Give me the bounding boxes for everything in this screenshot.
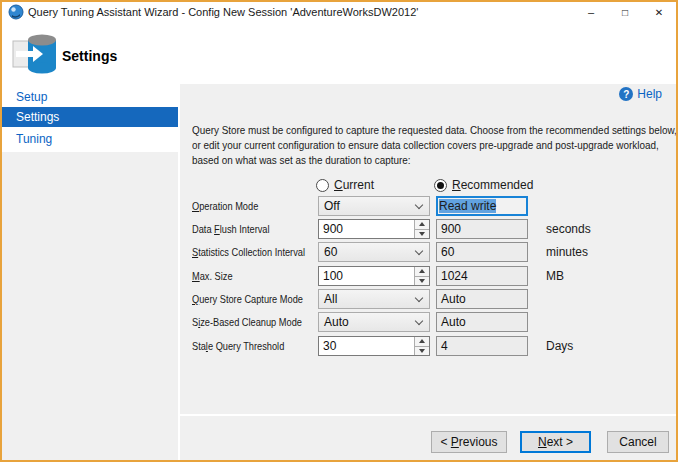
- chevron-down-icon: [415, 247, 423, 255]
- triangle-down-icon: [419, 279, 425, 283]
- field-label: Query Store Capture Mode: [192, 289, 326, 309]
- radio-current[interactable]: Current: [316, 177, 374, 193]
- form-row-max-size: Max. Size 100 1024 MB: [192, 266, 678, 286]
- unit-label: seconds: [546, 219, 591, 239]
- config-source-radio-group: Current Recommended: [192, 177, 678, 193]
- statistics-collection-interval-recommended-field[interactable]: 60: [436, 242, 528, 262]
- triangle-down-icon: [419, 232, 425, 236]
- spinner-down-button[interactable]: [415, 347, 429, 356]
- maximize-button[interactable]: □: [608, 2, 642, 22]
- title-bar: Query Tuning Assistant Wizard - Config N…: [2, 2, 676, 22]
- spinner-buttons: [414, 337, 429, 355]
- wizard-window: Query Tuning Assistant Wizard - Config N…: [0, 0, 678, 462]
- spinner-buttons: [414, 220, 429, 238]
- form-row-stale-query-threshold: Stale Query Threshold 30 4 Days: [192, 336, 678, 356]
- help-label: Help: [637, 87, 662, 101]
- cancel-button[interactable]: Cancel: [607, 431, 669, 453]
- field-label: Operation Mode: [192, 196, 326, 216]
- field-label: Size-Based Cleanup Mode: [192, 312, 326, 332]
- sidebar-item-settings[interactable]: Settings: [2, 107, 178, 127]
- sidebar-item-setup[interactable]: Setup: [2, 87, 178, 107]
- field-label: Stale Query Threshold: [192, 336, 326, 356]
- unit-label: minutes: [546, 242, 588, 262]
- form-row-size-based-cleanup-mode: Size-Based Cleanup Mode Auto Auto: [192, 312, 678, 332]
- size-based-cleanup-mode-combobox[interactable]: Auto: [318, 312, 430, 332]
- vertical-separator: [178, 84, 180, 460]
- help-link[interactable]: ? Help: [619, 87, 662, 101]
- query-store-capture-mode-combobox[interactable]: All: [318, 289, 430, 309]
- form-row-data-flush-interval: Data Flush Interval 900 900 seconds: [192, 219, 678, 239]
- spinner-up-button[interactable]: [415, 337, 429, 347]
- data-flush-interval-recommended-field[interactable]: 900: [436, 219, 528, 239]
- chevron-down-icon: [415, 294, 423, 302]
- spinner-buttons: [414, 267, 429, 285]
- data-flush-interval-spinner[interactable]: 900: [318, 219, 430, 239]
- form-row-operation-mode: Operation Mode Off Read write: [192, 196, 678, 216]
- statistics-collection-interval-combobox[interactable]: 60: [318, 242, 430, 262]
- spinner-down-button[interactable]: [415, 230, 429, 239]
- radio-circle: [316, 179, 329, 192]
- triangle-up-icon: [419, 339, 425, 343]
- query-store-capture-mode-recommended-field[interactable]: Auto: [436, 289, 528, 309]
- field-label: Data Flush Interval: [192, 219, 326, 239]
- database-arrow-icon: [12, 32, 58, 76]
- chevron-down-icon: [415, 317, 423, 325]
- radio-circle-selected: [434, 179, 447, 192]
- sidebar-item-tuning[interactable]: Tuning: [2, 129, 178, 149]
- triangle-down-icon: [419, 349, 425, 353]
- radio-recommended[interactable]: Recommended: [434, 177, 533, 193]
- page-title: Settings: [62, 48, 117, 64]
- max-size-spinner[interactable]: 100: [318, 266, 430, 286]
- max-size-recommended-field[interactable]: 1024: [436, 266, 528, 286]
- triangle-up-icon: [419, 269, 425, 273]
- close-button[interactable]: ✕: [642, 2, 676, 22]
- spinner-down-button[interactable]: [415, 277, 429, 286]
- spinner-up-button[interactable]: [415, 267, 429, 277]
- app-icon: [8, 4, 24, 20]
- window-controls: – □ ✕: [574, 2, 676, 22]
- size-based-cleanup-mode-recommended-field[interactable]: Auto: [436, 312, 528, 332]
- stale-query-threshold-recommended-field[interactable]: 4: [436, 336, 528, 356]
- unit-label: MB: [546, 266, 564, 286]
- form-row-statistics-collection-interval: Statistics Collection Interval 60 60 min…: [192, 242, 678, 262]
- unit-label: Days: [546, 336, 573, 356]
- sidebar-item-label: Tuning: [16, 132, 52, 146]
- window-title: Query Tuning Assistant Wizard - Config N…: [28, 2, 418, 22]
- triangle-up-icon: [419, 222, 425, 226]
- field-label: Statistics Collection Interval: [192, 242, 326, 262]
- help-icon: ?: [619, 87, 633, 101]
- minimize-button[interactable]: –: [574, 2, 608, 22]
- chevron-down-icon: [415, 201, 423, 209]
- next-button[interactable]: Next >: [520, 431, 591, 453]
- previous-button[interactable]: < Previous: [431, 431, 507, 453]
- operation-mode-combobox[interactable]: Off: [318, 196, 430, 216]
- form-row-query-store-capture-mode: Query Store Capture Mode All Auto: [192, 289, 678, 309]
- footer-separator: [180, 414, 676, 416]
- sidebar-item-label: Setup: [16, 90, 47, 104]
- operation-mode-recommended-field[interactable]: Read write: [436, 196, 528, 216]
- description-text: Query Store must be configured to captur…: [192, 123, 678, 168]
- spinner-up-button[interactable]: [415, 220, 429, 230]
- stale-query-threshold-spinner[interactable]: 30: [318, 336, 430, 356]
- field-label: Max. Size: [192, 266, 326, 286]
- sidebar-item-label: Settings: [16, 110, 59, 124]
